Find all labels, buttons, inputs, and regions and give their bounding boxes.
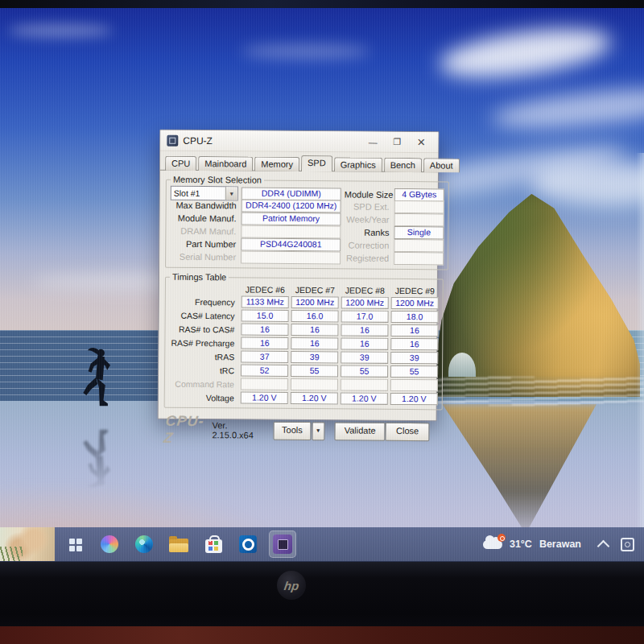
timing-cell: 18.0 [391, 311, 439, 323]
tab-graphics[interactable]: Graphics [334, 157, 382, 171]
monitor-bezel-bottom: hp [0, 561, 644, 627]
copilot-button[interactable] [96, 530, 123, 558]
timings-table: JEDEC #6 JEDEC #7 JEDEC #8 JEDEC #9 Freq… [169, 283, 439, 406]
edge-button[interactable] [130, 530, 158, 558]
tab-memory[interactable]: Memory [254, 157, 299, 171]
row-label: Frequency [170, 296, 239, 307]
timing-cell: 17.0 [341, 310, 389, 322]
tab-bench[interactable]: Bench [384, 158, 422, 172]
timing-cell: 1.20 V [291, 392, 338, 404]
show-hidden-icons-chevron[interactable] [597, 539, 610, 552]
field-label: Module Manuf. [171, 213, 238, 224]
tab-mainboard[interactable]: Mainboard [198, 156, 253, 171]
titlebar[interactable]: CPU-Z — ❐ ✕ [160, 130, 438, 154]
module-size-field: 4 GBytes [394, 188, 444, 201]
screen: CPU-Z — ❐ ✕ CPU Mainboard Memory SPD Gra… [0, 8, 644, 561]
timing-cell: 1200 MHz [341, 296, 389, 308]
maximize-button[interactable]: ❐ [385, 137, 409, 147]
field-label: Week/Year [345, 214, 391, 224]
chevron-down-icon[interactable]: ▼ [225, 187, 237, 200]
window-title: CPU-Z [183, 134, 361, 147]
store-button[interactable] [200, 530, 227, 558]
field-label: Correction [344, 240, 390, 250]
timing-cell: 16.0 [291, 310, 339, 322]
timing-cell [390, 379, 438, 391]
tab-bar: CPU Mainboard Memory SPD Graphics Bench … [160, 151, 438, 173]
taskbar-right: 31°C Berawan [483, 527, 634, 561]
file-explorer-button[interactable] [165, 530, 192, 558]
ranks-field: Single [394, 226, 444, 239]
timing-cell: 55 [291, 365, 338, 377]
field-label: Max Bandwidth [171, 200, 238, 211]
timing-cell: 1200 MHz [391, 297, 439, 309]
timings-table-group: Timings Table JEDEC #6 JEDEC #7 JEDEC #8… [164, 272, 444, 411]
field-label: Registered [344, 253, 390, 262]
tab-spd[interactable]: SPD [301, 155, 332, 171]
column-header: JEDEC #7 [291, 285, 339, 295]
weather-cloud-icon[interactable] [483, 540, 502, 549]
cloud-decoration [8, 24, 113, 37]
cpuz-taskbar-button[interactable] [269, 530, 296, 558]
outlook-button[interactable] [234, 530, 262, 558]
tab-cpu[interactable]: CPU [165, 156, 196, 171]
tools-dropdown-arrow[interactable]: ▼ [312, 422, 325, 440]
slot-select-value: Slot #1 [171, 188, 225, 199]
timing-cell [291, 378, 338, 390]
registered-field [394, 252, 444, 265]
cpuz-window: CPU-Z — ❐ ✕ CPU Mainboard Memory SPD Gra… [158, 130, 440, 422]
tray-icon[interactable] [621, 538, 634, 551]
desk-surface [0, 626, 644, 644]
timing-cell: 1133 MHz [242, 295, 289, 308]
field-label: SPD Ext. [345, 201, 391, 211]
cpuz-logo: CPU-Z [163, 413, 208, 447]
hp-logo: hp [277, 571, 306, 600]
correction-field [394, 239, 444, 252]
timing-cell: 16 [241, 336, 288, 349]
timing-cell: 16 [341, 324, 388, 336]
hp-logo-text: hp [283, 579, 300, 592]
tab-about[interactable]: About [423, 158, 460, 172]
timing-cell: 37 [241, 350, 288, 362]
row-label: RAS# Precharge [169, 337, 238, 348]
cpuz-icon [273, 535, 292, 554]
module-manuf-field: Patriot Memory [241, 212, 341, 225]
timing-cell: 16 [390, 338, 438, 350]
timing-cell: 55 [390, 365, 438, 378]
max-bandwidth-field: DDR4-2400 (1200 MHz) [242, 199, 341, 213]
weather-alert-badge [497, 534, 506, 542]
slot-select[interactable]: Slot #1 ▼ [171, 186, 238, 201]
windows-logo-icon [69, 539, 75, 544]
timing-cell: 1200 MHz [291, 296, 339, 308]
field-label: Serial Number [170, 252, 237, 262]
taskbar: 31°C Berawan [0, 527, 644, 561]
field-label: Ranks [344, 227, 390, 237]
outlook-icon [239, 535, 257, 553]
timing-cell: 1.20 V [241, 391, 288, 403]
taskbar-icons [61, 527, 296, 561]
tools-button[interactable]: Tools [274, 421, 311, 440]
timing-cell: 39 [291, 351, 338, 363]
weather-temp[interactable]: 31°C [510, 539, 532, 550]
store-bag-icon [205, 539, 222, 553]
weather-condition[interactable]: Berawan [539, 539, 581, 550]
column-header: JEDEC #6 [242, 284, 289, 294]
timing-cell: 16 [390, 324, 438, 336]
validate-button[interactable]: Validate [334, 422, 385, 440]
cloud-decoration [242, 44, 370, 59]
close-window-button[interactable]: Close [386, 422, 430, 440]
timing-cell: 16 [291, 324, 338, 336]
window-footer: CPU-Z Ver. 2.15.0.x64 Tools ▼ Validate C… [158, 408, 436, 449]
start-button[interactable] [61, 530, 89, 558]
screen-edge-glare [636, 153, 644, 539]
row-label: CAS# Latency [170, 310, 239, 320]
edge-icon [135, 535, 153, 553]
runner-reflection [81, 418, 119, 492]
column-header: JEDEC #8 [341, 285, 389, 295]
minimize-button[interactable]: — [361, 137, 385, 147]
timing-cell: 16 [241, 323, 288, 335]
folder-icon [169, 539, 188, 552]
widgets-button[interactable] [0, 527, 55, 561]
serial-number-field [241, 250, 341, 264]
close-button[interactable]: ✕ [409, 136, 433, 148]
row-label: tRAS [169, 351, 238, 361]
